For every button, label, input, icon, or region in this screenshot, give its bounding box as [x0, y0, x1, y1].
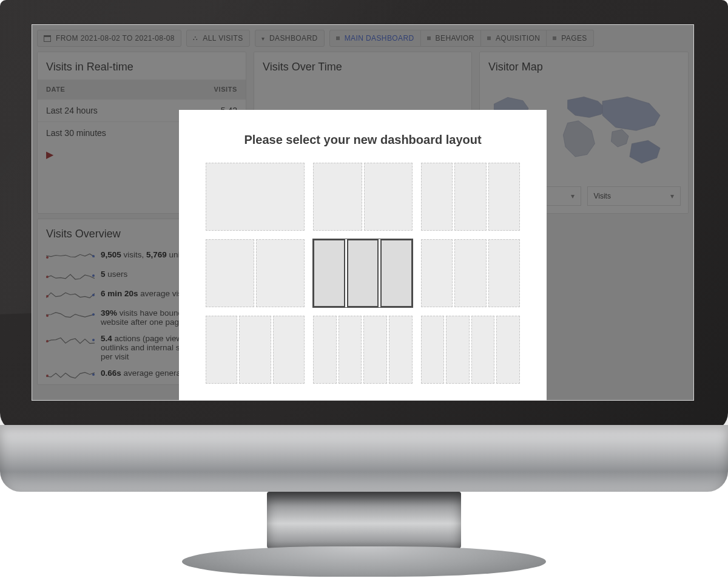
- layout-column: [446, 316, 470, 384]
- monitor-bezel: FROM 2021-08-02 TO 2021-08-08 ∴ ALL VISI…: [0, 0, 728, 431]
- layout-column: [421, 239, 453, 307]
- layout-column: [313, 316, 337, 384]
- app-screen: FROM 2021-08-02 TO 2021-08-08 ∴ ALL VISI…: [32, 24, 694, 401]
- layout-column: [454, 163, 486, 231]
- layout-column: [347, 239, 379, 307]
- layout-column: [239, 316, 271, 384]
- modal-title: Please select your new dashboard layout: [206, 133, 520, 147]
- layout-option-3col[interactable]: [313, 239, 412, 307]
- layout-column: [380, 239, 412, 307]
- layout-option-1col[interactable]: [206, 163, 305, 231]
- layout-column: [488, 163, 520, 231]
- layout-column: [363, 316, 387, 384]
- layout-column: [488, 239, 520, 307]
- layout-column: [471, 316, 495, 384]
- layout-option-2col[interactable]: [206, 239, 305, 307]
- layout-option-4col[interactable]: [313, 316, 412, 384]
- layout-column: [206, 239, 254, 307]
- layout-column: [206, 316, 237, 384]
- layout-option-3col[interactable]: [206, 316, 305, 384]
- monitor-neck: [267, 492, 461, 549]
- layout-column: [313, 163, 362, 231]
- layout-column: [339, 316, 362, 384]
- layout-column: [206, 163, 305, 231]
- layout-column: [421, 316, 445, 384]
- layout-option-3col[interactable]: [421, 163, 520, 231]
- layout-column: [421, 163, 453, 231]
- layout-column: [256, 239, 305, 307]
- monitor-chin: [0, 425, 728, 492]
- layout-column: [454, 239, 486, 307]
- monitor-base: [182, 546, 546, 577]
- layout-option-3col[interactable]: [421, 239, 520, 307]
- layout-option-2col[interactable]: [313, 163, 412, 231]
- layout-picker-modal: Please select your new dashboard layout: [179, 110, 547, 401]
- layout-column: [273, 316, 305, 384]
- layout-column: [389, 316, 413, 384]
- layout-column: [496, 316, 520, 384]
- layout-column: [364, 163, 413, 231]
- layout-column: [313, 239, 345, 307]
- layout-option-4col[interactable]: [421, 316, 520, 384]
- layout-options-grid: [206, 163, 520, 384]
